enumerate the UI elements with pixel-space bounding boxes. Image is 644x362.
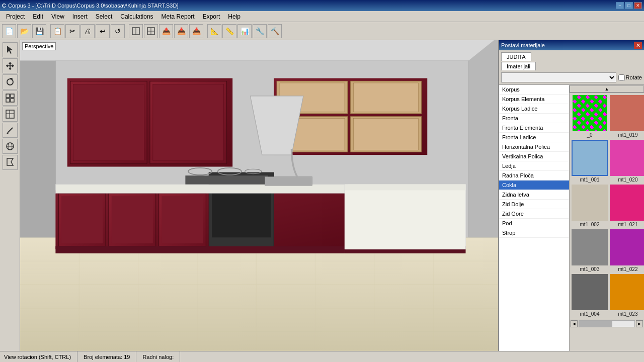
list-item-korpus-elementa[interactable]: Korpus Elementa <box>499 95 569 104</box>
list-item-zidna-letva[interactable]: Zidna letva <box>499 190 569 200</box>
tb-box2[interactable] <box>144 24 158 38</box>
tb-undo[interactable]: ↩ <box>96 24 110 38</box>
color-swatch-mt1022[interactable] <box>610 229 644 265</box>
lt-flag[interactable] <box>3 155 18 170</box>
svg-marker-8 <box>9 68 12 70</box>
dropdown-row: Rotate <box>499 70 644 85</box>
tb-open[interactable]: 📂 <box>17 24 31 38</box>
svg-marker-40 <box>20 40 55 237</box>
lt-rotate[interactable] <box>3 74 18 89</box>
tb-export2[interactable]: 📥 <box>189 24 203 38</box>
tb-cut[interactable]: ✂ <box>65 24 79 38</box>
left-toolbar <box>0 40 20 351</box>
svg-rect-15 <box>11 94 14 98</box>
viewport[interactable]: Perspective <box>20 40 498 351</box>
menu-insert[interactable]: Insert <box>68 12 92 21</box>
tab-imaterijali[interactable]: Imaterijali <box>501 62 536 70</box>
tb-measure[interactable]: 📐 <box>207 24 221 38</box>
material-list: Korpus Korpus Elementa Korpus Ladice Fro… <box>499 85 570 351</box>
tb-import[interactable]: 📤 <box>159 24 173 38</box>
color-cell-mt1002[interactable]: mt1_002 <box>572 185 608 227</box>
list-item-pod[interactable]: Pod <box>499 219 569 228</box>
minimize-button[interactable]: − <box>616 2 624 9</box>
color-cell-0[interactable]: _0 <box>572 95 608 138</box>
close-button[interactable]: ✕ <box>634 2 642 9</box>
svg-rect-90 <box>55 246 345 253</box>
tb-export[interactable]: 📥 <box>174 24 188 38</box>
color-cell-mt1019[interactable]: mt1_019 <box>610 95 644 138</box>
tab-judita[interactable]: JUDITA <box>501 52 531 61</box>
scroll-right-button[interactable]: ► <box>636 320 643 327</box>
tb-chart[interactable]: 📊 <box>237 24 252 38</box>
maximize-button[interactable]: □ <box>625 2 633 9</box>
list-item-korpus[interactable]: Korpus <box>499 85 569 95</box>
list-item-fronta[interactable]: Fronta <box>499 114 569 123</box>
panel-close-button[interactable]: ✕ <box>634 42 642 49</box>
color-cell-mt1020[interactable]: mt1_020 <box>610 140 644 183</box>
color-swatch-mt1020[interactable] <box>610 140 644 176</box>
color-swatch-mt1019[interactable] <box>610 95 644 131</box>
lt-pen[interactable] <box>3 123 18 138</box>
tb-save[interactable]: 💾 <box>32 24 46 38</box>
svg-rect-64 <box>162 196 203 243</box>
tb-copy[interactable]: 📋 <box>50 24 64 38</box>
tb-dimension[interactable]: 📏 <box>222 24 236 38</box>
lt-grid2[interactable] <box>3 107 18 122</box>
menu-edit[interactable]: Edit <box>29 12 47 21</box>
lt-move[interactable] <box>3 58 18 73</box>
list-item-horizontalna-polica[interactable]: Horizontalna Polica <box>499 142 569 152</box>
menu-view[interactable]: View <box>47 12 68 21</box>
svg-marker-42 <box>468 40 498 237</box>
list-item-fronta-ladice[interactable]: Fronta Ladice <box>499 133 569 142</box>
color-label-mt1023: mt1_023 <box>618 311 638 317</box>
svg-rect-52 <box>354 83 419 112</box>
scroll-left-button[interactable]: ◄ <box>571 320 578 327</box>
tb-tool[interactable]: 🔨 <box>268 24 282 38</box>
tb-box1[interactable] <box>129 24 143 38</box>
color-swatch-mt1021[interactable] <box>610 185 644 221</box>
color-swatch-mt1001[interactable] <box>572 140 608 176</box>
color-cell-mt1021[interactable]: mt1_021 <box>610 185 644 227</box>
list-item-radna-ploca[interactable]: Radna Ploča <box>499 171 569 180</box>
color-cell-mt1022[interactable]: mt1_022 <box>610 229 644 272</box>
list-item-zid-gore[interactable]: Zid Gore <box>499 209 569 219</box>
panel-tabs2: Imaterijali <box>499 61 644 70</box>
menu-project[interactable]: Project <box>2 12 29 21</box>
color-swatch-mt1023[interactable] <box>610 274 644 310</box>
tb-new[interactable]: 📄 <box>2 24 16 38</box>
tb-print[interactable]: 🖨 <box>80 24 95 38</box>
tb-redo[interactable]: ↺ <box>111 24 125 38</box>
color-cell-mt1003[interactable]: mt1_003 <box>572 229 608 272</box>
lt-sphere[interactable] <box>3 139 18 154</box>
postavi-materijale-panel: Postavi materijale ✕ JUDITA Imaterijali … <box>498 40 644 351</box>
color-cell-mt1001[interactable]: mt1_001 <box>572 140 608 183</box>
list-item-ledja[interactable]: Ledja <box>499 161 569 171</box>
svg-marker-9 <box>6 64 8 67</box>
lt-grid[interactable] <box>3 90 18 106</box>
menu-calculations[interactable]: Calculations <box>116 12 157 21</box>
color-swatch-mt1002[interactable] <box>572 185 608 221</box>
color-swatch-mt1004[interactable] <box>572 274 608 310</box>
svg-rect-71 <box>185 175 268 185</box>
list-item-zid-dolje[interactable]: Zid Dolje <box>499 200 569 209</box>
menu-metareport[interactable]: Meta Report <box>157 12 199 21</box>
tb-settings[interactable]: 🔧 <box>253 24 267 38</box>
material-dropdown[interactable] <box>501 72 616 82</box>
list-item-cokla[interactable]: Cokla <box>499 180 569 190</box>
color-cell-mt1023[interactable]: mt1_023 <box>610 274 644 317</box>
svg-rect-16 <box>6 99 10 102</box>
horizontal-scrollbar[interactable]: ◄ ► <box>570 319 644 328</box>
scroll-up-button[interactable]: ▲ <box>570 85 644 93</box>
menu-help[interactable]: Help <box>224 12 245 21</box>
list-item-vertikalna-polica[interactable]: Vertikalna Polica <box>499 152 569 161</box>
list-item-fronta-elementa[interactable]: Fronta Elementa <box>499 123 569 133</box>
menu-export[interactable]: Export <box>199 12 224 21</box>
rotate-checkbox[interactable] <box>618 74 625 81</box>
list-item-strop[interactable]: Strop <box>499 228 569 238</box>
color-swatch-mt1003[interactable] <box>572 229 608 265</box>
lt-select[interactable] <box>3 42 18 57</box>
color-swatch-0[interactable] <box>572 95 608 131</box>
list-item-korpus-ladice[interactable]: Korpus Ladice <box>499 104 569 114</box>
menu-select[interactable]: Select <box>92 12 116 21</box>
color-cell-mt1004[interactable]: mt1_004 <box>572 274 608 317</box>
